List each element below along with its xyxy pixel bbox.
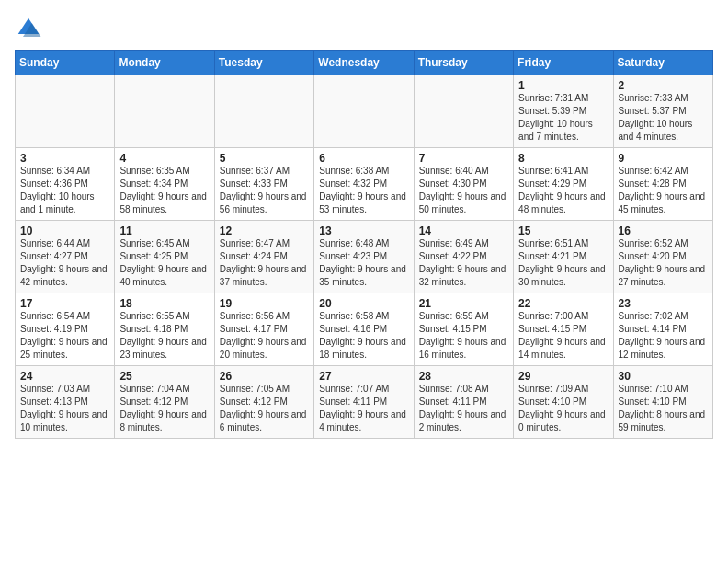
logo-icon [15,15,42,42]
day-detail: Sunrise: 7:10 AM Sunset: 4:10 PM Dayligh… [619,383,708,434]
day-detail: Sunrise: 6:34 AM Sunset: 4:36 PM Dayligh… [20,165,109,216]
day-number: 2 [619,79,708,92]
weekday-header: Saturday [613,51,712,75]
calendar-cell: 30Sunrise: 7:10 AM Sunset: 4:10 PM Dayli… [613,366,712,439]
day-number: 27 [319,370,408,383]
day-number: 15 [518,224,608,237]
calendar-week-row: 17Sunrise: 6:54 AM Sunset: 4:19 PM Dayli… [16,293,713,366]
day-number: 22 [518,297,608,310]
calendar-cell: 12Sunrise: 6:47 AM Sunset: 4:24 PM Dayli… [214,221,313,293]
calendar-cell [314,75,414,148]
day-detail: Sunrise: 7:33 AM Sunset: 5:37 PM Dayligh… [619,92,708,144]
calendar-cell: 16Sunrise: 6:52 AM Sunset: 4:20 PM Dayli… [613,221,712,293]
day-detail: Sunrise: 6:37 AM Sunset: 4:33 PM Dayligh… [220,165,309,216]
calendar-cell: 21Sunrise: 6:59 AM Sunset: 4:15 PM Dayli… [414,293,513,366]
day-detail: Sunrise: 6:51 AM Sunset: 4:21 PM Dayligh… [518,237,608,289]
calendar-cell: 3Sunrise: 6:34 AM Sunset: 4:36 PM Daylig… [16,148,115,221]
day-number: 23 [619,297,708,310]
calendar-cell [115,75,214,148]
weekday-header: Thursday [414,51,513,75]
day-detail: Sunrise: 7:04 AM Sunset: 4:12 PM Dayligh… [119,383,209,434]
calendar-cell: 17Sunrise: 6:54 AM Sunset: 4:19 PM Dayli… [16,293,115,366]
day-detail: Sunrise: 6:59 AM Sunset: 4:15 PM Dayligh… [419,310,508,362]
calendar-cell: 5Sunrise: 6:37 AM Sunset: 4:33 PM Daylig… [214,148,313,221]
day-number: 8 [518,152,608,165]
calendar-cell: 22Sunrise: 7:00 AM Sunset: 4:15 PM Dayli… [514,293,613,366]
logo [15,15,46,42]
calendar-week-row: 24Sunrise: 7:03 AM Sunset: 4:13 PM Dayli… [16,366,713,439]
day-detail: Sunrise: 6:41 AM Sunset: 4:29 PM Dayligh… [518,165,608,216]
day-detail: Sunrise: 6:52 AM Sunset: 4:20 PM Dayligh… [619,237,708,289]
day-number: 16 [619,224,708,237]
calendar-cell: 11Sunrise: 6:45 AM Sunset: 4:25 PM Dayli… [115,221,214,293]
day-number: 11 [119,224,209,237]
weekday-header-row: SundayMondayTuesdayWednesdayThursdayFrid… [16,51,713,75]
calendar-cell [414,75,513,148]
day-detail: Sunrise: 6:42 AM Sunset: 4:28 PM Dayligh… [619,165,708,216]
calendar-cell: 9Sunrise: 6:42 AM Sunset: 4:28 PM Daylig… [613,148,712,221]
page-header [15,15,713,42]
day-detail: Sunrise: 6:45 AM Sunset: 4:25 PM Dayligh… [119,237,209,289]
day-number: 7 [419,152,508,165]
day-number: 18 [119,297,209,310]
day-detail: Sunrise: 7:03 AM Sunset: 4:13 PM Dayligh… [20,383,109,434]
day-detail: Sunrise: 6:48 AM Sunset: 4:23 PM Dayligh… [319,237,408,289]
calendar-cell: 26Sunrise: 7:05 AM Sunset: 4:12 PM Dayli… [214,366,313,439]
day-number: 30 [619,370,708,383]
day-number: 12 [220,224,309,237]
day-detail: Sunrise: 7:31 AM Sunset: 5:39 PM Dayligh… [518,92,608,144]
day-detail: Sunrise: 7:00 AM Sunset: 4:15 PM Dayligh… [518,310,608,362]
day-detail: Sunrise: 6:58 AM Sunset: 4:16 PM Dayligh… [319,310,408,362]
day-number: 25 [119,370,209,383]
day-number: 13 [319,224,408,237]
day-detail: Sunrise: 6:54 AM Sunset: 4:19 PM Dayligh… [20,310,109,362]
weekday-header: Wednesday [314,51,414,75]
calendar-cell: 4Sunrise: 6:35 AM Sunset: 4:34 PM Daylig… [115,148,214,221]
day-number: 29 [518,370,608,383]
calendar-cell: 27Sunrise: 7:07 AM Sunset: 4:11 PM Dayli… [314,366,414,439]
calendar-cell: 24Sunrise: 7:03 AM Sunset: 4:13 PM Dayli… [16,366,115,439]
day-detail: Sunrise: 6:56 AM Sunset: 4:17 PM Dayligh… [220,310,309,362]
day-number: 4 [119,152,209,165]
day-number: 6 [319,152,408,165]
calendar-week-row: 10Sunrise: 6:44 AM Sunset: 4:27 PM Dayli… [16,221,713,293]
calendar-table: SundayMondayTuesdayWednesdayThursdayFrid… [15,50,713,439]
day-number: 19 [220,297,309,310]
calendar-cell: 15Sunrise: 6:51 AM Sunset: 4:21 PM Dayli… [514,221,613,293]
calendar-cell: 19Sunrise: 6:56 AM Sunset: 4:17 PM Dayli… [214,293,313,366]
day-detail: Sunrise: 6:38 AM Sunset: 4:32 PM Dayligh… [319,165,408,216]
day-detail: Sunrise: 6:44 AM Sunset: 4:27 PM Dayligh… [20,237,109,289]
calendar-cell: 25Sunrise: 7:04 AM Sunset: 4:12 PM Dayli… [115,366,214,439]
day-number: 3 [20,152,109,165]
calendar-cell: 2Sunrise: 7:33 AM Sunset: 5:37 PM Daylig… [613,75,712,148]
calendar-cell: 20Sunrise: 6:58 AM Sunset: 4:16 PM Dayli… [314,293,414,366]
calendar-cell: 29Sunrise: 7:09 AM Sunset: 4:10 PM Dayli… [514,366,613,439]
day-number: 24 [20,370,109,383]
day-number: 1 [518,79,608,92]
day-detail: Sunrise: 6:55 AM Sunset: 4:18 PM Dayligh… [119,310,209,362]
calendar-week-row: 1Sunrise: 7:31 AM Sunset: 5:39 PM Daylig… [16,75,713,148]
day-number: 26 [220,370,309,383]
calendar-cell: 8Sunrise: 6:41 AM Sunset: 4:29 PM Daylig… [514,148,613,221]
calendar-cell: 28Sunrise: 7:08 AM Sunset: 4:11 PM Dayli… [414,366,513,439]
day-number: 20 [319,297,408,310]
calendar-cell: 10Sunrise: 6:44 AM Sunset: 4:27 PM Dayli… [16,221,115,293]
calendar-cell: 14Sunrise: 6:49 AM Sunset: 4:22 PM Dayli… [414,221,513,293]
day-detail: Sunrise: 7:09 AM Sunset: 4:10 PM Dayligh… [518,383,608,434]
calendar-cell: 1Sunrise: 7:31 AM Sunset: 5:39 PM Daylig… [514,75,613,148]
calendar-cell: 18Sunrise: 6:55 AM Sunset: 4:18 PM Dayli… [115,293,214,366]
calendar-cell: 13Sunrise: 6:48 AM Sunset: 4:23 PM Dayli… [314,221,414,293]
day-detail: Sunrise: 7:07 AM Sunset: 4:11 PM Dayligh… [319,383,408,434]
calendar-week-row: 3Sunrise: 6:34 AM Sunset: 4:36 PM Daylig… [16,148,713,221]
calendar-cell [16,75,115,148]
day-number: 28 [419,370,508,383]
day-number: 17 [20,297,109,310]
day-detail: Sunrise: 7:08 AM Sunset: 4:11 PM Dayligh… [419,383,508,434]
calendar-cell [214,75,313,148]
weekday-header: Sunday [16,51,115,75]
calendar-cell: 7Sunrise: 6:40 AM Sunset: 4:30 PM Daylig… [414,148,513,221]
day-detail: Sunrise: 6:35 AM Sunset: 4:34 PM Dayligh… [119,165,209,216]
calendar-cell: 6Sunrise: 6:38 AM Sunset: 4:32 PM Daylig… [314,148,414,221]
day-number: 9 [619,152,708,165]
day-detail: Sunrise: 7:02 AM Sunset: 4:14 PM Dayligh… [619,310,708,362]
